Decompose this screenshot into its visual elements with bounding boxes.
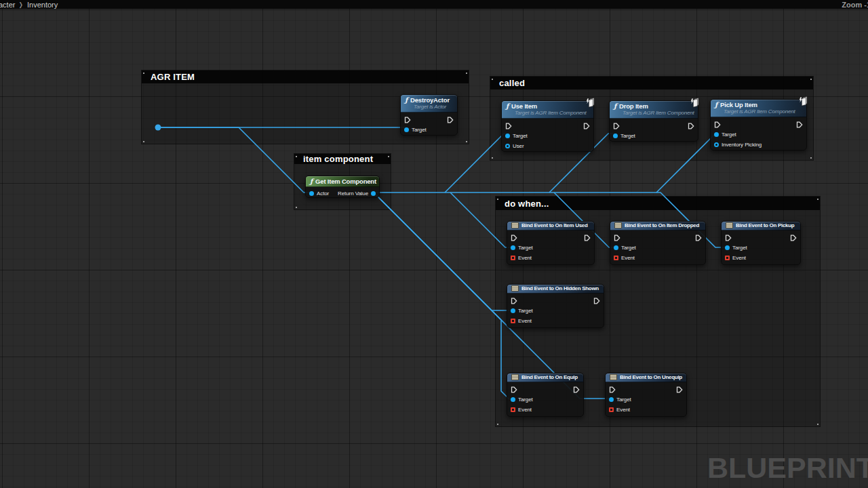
pin-rows: TargetUser — [502, 119, 593, 154]
wire-returnvalue-to-bind-equip-target[interactable] — [374, 192, 515, 399]
node-title-text: Bind Event to On Item Used — [521, 222, 588, 228]
exec-pin-icon[interactable] — [725, 235, 732, 241]
node-title: Bind Event to On Item Used — [511, 222, 590, 228]
object-pin[interactable] — [505, 144, 510, 148]
exec-pin-icon[interactable] — [505, 123, 512, 129]
object-pin[interactable] — [511, 245, 515, 250]
node-title-text: Bind Event to On Item Dropped — [625, 222, 699, 228]
exec-pin-icon[interactable] — [583, 123, 590, 129]
node-header-bind-event-on-hidden-shown[interactable]: Bind Event to On Hidden Shown — [507, 285, 604, 293]
exec-pin-icon[interactable] — [688, 123, 694, 129]
pin-row-exec-in — [610, 232, 705, 243]
blueprint-graph-canvas[interactable]: AGR ITEMcalleditem componentdo when...ƒD… — [0, 0, 868, 488]
node-bind-event-on-hidden-shown[interactable]: Bind Event to On Hidden ShownTargetEvent — [507, 284, 604, 328]
delegate-pin[interactable] — [511, 256, 515, 260]
pin-row-event: Event — [610, 253, 705, 263]
pin-rows: TargetEvent — [507, 382, 583, 418]
node-title-text: Get Item Component — [315, 178, 376, 185]
node-bind-event-on-item-used[interactable]: Bind Event to On Item UsedTargetEvent — [507, 221, 595, 265]
object-pin[interactable] — [714, 132, 719, 137]
node-title-text: Bind Event to On Hidden Shown — [521, 285, 599, 291]
exec-pin-icon[interactable] — [511, 298, 517, 304]
exec-pin-icon[interactable] — [609, 386, 616, 393]
node-bind-event-on-pickup[interactable]: Bind Event to On PickupTargetEvent — [721, 221, 801, 265]
object-pin[interactable] — [309, 191, 314, 196]
pin-row-exec-in — [507, 296, 604, 306]
node-header-bind-event-on-item-dropped[interactable]: Bind Event to On Item Dropped — [610, 222, 705, 230]
exec-pin-icon[interactable] — [714, 121, 721, 128]
pin-label: Event — [518, 255, 532, 261]
node-title: Bind Event to On Equip — [511, 374, 579, 380]
node-header-destroy-actor[interactable]: ƒDestroyActorTarget is Actor — [401, 95, 457, 113]
object-pin[interactable] — [614, 245, 618, 250]
exec-pin-icon[interactable] — [613, 123, 620, 129]
node-header-bind-event-on-pickup[interactable]: Bind Event to On Pickup — [722, 222, 800, 230]
node-pick-up-item[interactable]: ƒPick Up ItemTarget is AGR Item Componen… — [710, 99, 807, 150]
object-pin[interactable] — [725, 245, 730, 250]
object-pin[interactable] — [609, 397, 614, 402]
object-pin[interactable] — [511, 308, 515, 313]
breadcrumb-current[interactable]: Inventory — [27, 1, 58, 9]
node-bind-event-on-unequip[interactable]: Bind Event to On UnequipTargetEvent — [605, 373, 687, 417]
object-pin[interactable] — [371, 191, 376, 196]
bind-event-icon — [610, 374, 617, 380]
exec-pin-icon[interactable] — [447, 117, 454, 123]
object-pin[interactable] — [404, 127, 409, 132]
node-header-use-item[interactable]: ƒUse ItemTarget is AGR Item Component — [502, 101, 593, 119]
bind-event-icon — [726, 222, 733, 228]
pin-rows: TargetInventory Picking — [711, 117, 806, 152]
pin-label: Target — [620, 133, 635, 139]
node-title-text: DestroyActor — [410, 96, 450, 104]
node-drop-item[interactable]: ƒDrop ItemTarget is AGR Item ComponentTa… — [609, 100, 698, 142]
node-header-get-item-component[interactable]: ƒGet Item Component — [306, 176, 379, 187]
exec-pin-icon[interactable] — [695, 235, 702, 241]
node-subtitle: Target is AGR Item Component — [515, 110, 589, 116]
pin-row-exec-in — [722, 232, 800, 243]
node-header-pick-up-item[interactable]: ƒPick Up ItemTarget is AGR Item Componen… — [711, 100, 806, 117]
delegate-pin[interactable] — [725, 256, 730, 260]
node-header-drop-item[interactable]: ƒDrop ItemTarget is AGR Item Component — [610, 101, 698, 119]
pin-label: Event — [518, 407, 532, 413]
object-pin[interactable] — [511, 397, 515, 402]
object-pin[interactable] — [613, 134, 618, 138]
node-header-bind-event-on-equip[interactable]: Bind Event to On Equip — [507, 373, 583, 382]
node-bind-event-on-item-dropped[interactable]: Bind Event to On Item DroppedTargetEvent — [610, 221, 706, 265]
wire-reroute-to-getitemcomponent-actor[interactable] — [158, 127, 313, 192]
node-get-item-component[interactable]: ƒGet Item ComponentActorReturn Value — [305, 176, 380, 198]
exec-pin-icon[interactable] — [796, 121, 803, 128]
node-bind-event-on-equip[interactable]: Bind Event to On EquipTargetEvent — [507, 373, 584, 417]
pin-row-target: Target — [606, 394, 686, 405]
exec-pin-icon[interactable] — [573, 386, 580, 393]
pin-label: Target — [621, 245, 636, 251]
node-destroy-actor[interactable]: ƒDestroyActorTarget is ActorTarget — [400, 94, 458, 136]
object-pin[interactable] — [505, 134, 510, 138]
object-pin[interactable] — [714, 142, 719, 147]
wire-returnvalue-to-bind-item-used-target[interactable] — [450, 192, 515, 247]
delegate-pin[interactable] — [511, 319, 515, 323]
pin-label: Target — [732, 245, 747, 251]
node-title: ƒPick Up Item — [715, 101, 802, 108]
exec-pin-icon[interactable] — [593, 298, 600, 304]
delegate-pin[interactable] — [609, 407, 614, 412]
reroute-node[interactable] — [155, 125, 161, 131]
pin-row-exec-out — [695, 232, 702, 243]
pin-rows: TargetEvent — [610, 230, 705, 266]
node-header-bind-event-on-item-used[interactable]: Bind Event to On Item Used — [507, 222, 594, 230]
pin-label: Event — [616, 407, 630, 413]
exec-pin-icon[interactable] — [511, 235, 517, 241]
breadcrumb-parent[interactable]: acter — [0, 1, 15, 9]
exec-pin-icon[interactable] — [404, 117, 411, 123]
exec-pin-icon[interactable] — [790, 235, 797, 241]
exec-pin-icon[interactable] — [511, 386, 517, 393]
wire-returnvalue-to-bind-hidden-shown-target[interactable] — [374, 192, 515, 310]
node-use-item[interactable]: ƒUse ItemTarget is AGR Item ComponentTar… — [501, 100, 594, 152]
wire-returnvalue-to-use-item-target[interactable] — [445, 134, 509, 192]
delegate-pin[interactable] — [511, 407, 515, 412]
exec-pin-icon[interactable] — [584, 235, 591, 241]
delegate-pin[interactable] — [614, 256, 618, 260]
pin-row-exec-out — [583, 121, 590, 131]
node-header-bind-event-on-unequip[interactable]: Bind Event to On Unequip — [606, 373, 686, 382]
exec-pin-icon[interactable] — [614, 235, 620, 241]
graph-breadcrumb-bar: acter ❯ Inventory Zoom -1 — [0, 0, 868, 9]
exec-pin-icon[interactable] — [676, 386, 683, 393]
